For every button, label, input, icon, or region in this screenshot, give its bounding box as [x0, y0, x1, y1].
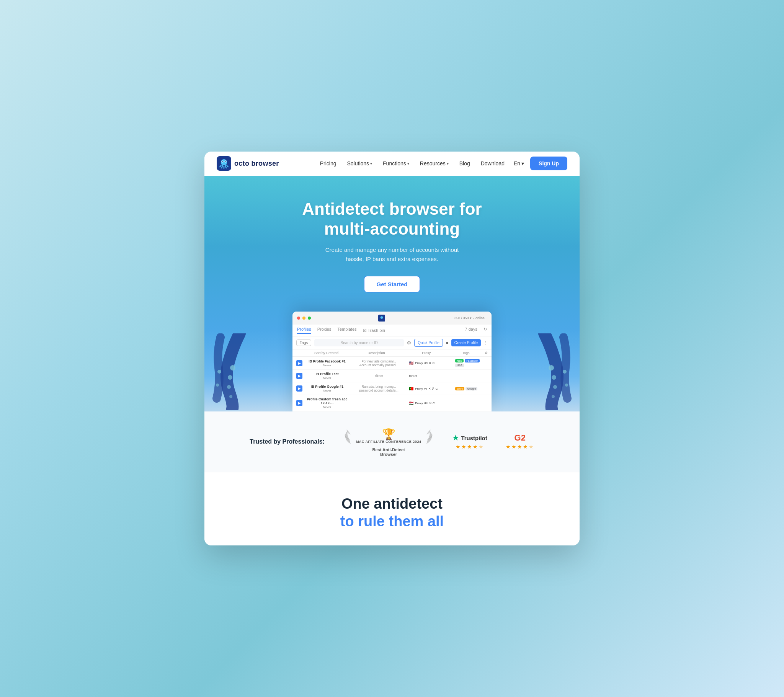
svg-point-16	[563, 370, 567, 374]
quick-profile-count: ■	[446, 341, 448, 345]
profile-search-input[interactable]: Search by name or ID	[314, 339, 404, 346]
table-settings-icon[interactable]: ⚙	[485, 351, 488, 355]
trustpilot-label: ★ Trustpilot	[453, 434, 487, 442]
toolbar-menu-icon[interactable]: ⋮	[484, 341, 488, 345]
svg-point-12	[548, 365, 554, 371]
tag-new: New	[455, 359, 464, 363]
trusted-section: Trusted by Professionals: 🏆 MAC AFFILIAT…	[204, 412, 580, 472]
tag-usa: USA	[455, 364, 464, 367]
svg-point-15	[552, 395, 555, 398]
mac-award: 🏆 MAC AFFILIATE CONFERENCE 2024 Best Ant…	[343, 427, 435, 456]
hero-subtitle: Create and manage any number of accounts…	[217, 246, 567, 264]
profile-proxy: 🇺🇸 Proxy US ✕ C	[409, 361, 452, 365]
row-action-btn[interactable]: ▶	[296, 373, 302, 379]
mockup-tab-templates[interactable]: Templates	[337, 327, 356, 334]
tag-work: Work	[455, 387, 464, 391]
proxy-label: Proxy US ✕ C	[415, 361, 435, 365]
half-star-icon: ★	[479, 443, 484, 450]
nav-blog[interactable]: Blog	[460, 160, 470, 166]
laurel-right-icon	[423, 427, 434, 446]
svg-point-8	[227, 385, 231, 389]
profile-name: IB Profile Google #1Never	[305, 385, 349, 392]
svg-point-13	[552, 375, 556, 380]
browser-window: octo browser Pricing Solutions ▾ Functio…	[204, 152, 580, 546]
tag-facebook: Facebook	[465, 359, 480, 363]
nav-resources[interactable]: Resources ▾	[420, 160, 449, 166]
svg-point-1	[221, 159, 227, 165]
get-started-button[interactable]: Get Started	[364, 276, 420, 292]
octopus-left-decoration	[209, 333, 251, 412]
lang-selector[interactable]: En ▾	[514, 160, 524, 166]
svg-point-7	[228, 375, 232, 380]
nav-links: Pricing Solutions ▾ Functions ▾ Resource…	[320, 160, 504, 166]
table-col-action	[296, 351, 302, 355]
mac-award-badge: 🏆 MAC AFFILIATE CONFERENCE 2024	[343, 427, 435, 446]
logo-icon	[217, 156, 231, 171]
logo-area[interactable]: octo browser	[217, 156, 279, 171]
mockup-tab-profiles[interactable]: Profiles	[297, 327, 311, 334]
functions-chevron-icon: ▾	[407, 161, 409, 166]
nav-download[interactable]: Download	[481, 160, 504, 166]
profile-proxy: Direct	[409, 374, 452, 378]
close-dot	[297, 316, 300, 320]
trustpilot-stars: ★★★★★	[456, 443, 484, 450]
svg-point-6	[230, 365, 236, 371]
titlebar-logo-icon	[378, 315, 385, 321]
nav-pricing[interactable]: Pricing	[320, 160, 336, 166]
tags-filter[interactable]: Tags	[296, 339, 311, 346]
mockup-time-filter[interactable]: 7 days	[465, 327, 478, 334]
table-row: ▶ IB Profile TestNever direct Direct	[293, 370, 491, 382]
bottom-section: One antidetect to rule them all	[204, 472, 580, 545]
row-action-btn[interactable]: ▶	[296, 400, 302, 406]
trusted-label: Trusted by Professionals:	[250, 438, 324, 445]
trustpilot-rating: ★ Trustpilot ★★★★★	[453, 434, 487, 450]
bottom-title: One antidetect to rule them all	[217, 495, 567, 530]
profile-description: direct	[352, 374, 406, 378]
svg-point-4	[222, 161, 223, 162]
profile-tags: Work Google	[455, 387, 488, 391]
hero-section: Antidetect browser for multi-accounting …	[204, 176, 580, 412]
profile-name: IB Profile Facebook #1Never	[305, 359, 349, 367]
table-row: ▶ Profile Custom fresh acc 12-12-...Neve…	[293, 395, 491, 412]
hero-title: Antidetect browser for multi-accounting	[217, 199, 567, 240]
profile-name: Profile Custom fresh acc 12-12-...Never	[305, 397, 349, 409]
mockup-titlebar: 350 / 350 ▾ 2 online	[293, 311, 491, 325]
profile-proxy: 🇵🇹 Proxy PT ✕ ✗ C	[409, 387, 452, 391]
profile-description: For new ads company...Account normally p…	[352, 359, 406, 367]
proxy-label: Proxy PT ✕ ✗ C	[415, 387, 438, 391]
svg-point-5	[226, 161, 226, 162]
nav-solutions[interactable]: Solutions ▾	[347, 160, 372, 166]
mockup-toolbar: Tags Search by name or ID ⚙ Quick Profil…	[293, 336, 491, 349]
mockup-refresh-icon[interactable]: ↻	[484, 327, 487, 334]
maximize-dot	[308, 316, 311, 320]
logo-text: octo browser	[234, 160, 279, 168]
octopus-right-decoration	[533, 333, 575, 412]
quick-profile-button[interactable]: Quick Profile	[414, 339, 443, 347]
mac-award-title: Best Anti-DetectBrowser	[372, 447, 405, 456]
proxy-label: Direct	[409, 374, 417, 378]
row-action-btn[interactable]: ▶	[296, 360, 302, 366]
tag-google: Google	[466, 387, 478, 391]
mac-conf-logo: 🏆	[356, 429, 422, 440]
profile-description: Run ads, bring money...password account …	[352, 385, 406, 392]
g2-label: G2	[514, 434, 525, 442]
filter-icon[interactable]: ⚙	[407, 340, 411, 346]
mockup-tabs: Profiles Proxies Templates ☒ Trash bin 7…	[293, 325, 491, 336]
profile-tags: New Facebook USA	[455, 359, 488, 367]
create-profile-button[interactable]: Create Profile	[451, 339, 481, 346]
proxy-label: Proxy HU ✕ C	[415, 402, 435, 405]
mac-award-text: 🏆 MAC AFFILIATE CONFERENCE 2024	[356, 429, 422, 443]
profiles-table: ▶ IB Profile Facebook #1Never For new ad…	[293, 357, 491, 412]
signup-button[interactable]: Sign Up	[530, 157, 567, 170]
svg-point-14	[553, 385, 557, 389]
row-action-btn[interactable]: ▶	[296, 386, 302, 392]
g2-stars: ★★★★★	[506, 443, 534, 450]
svg-point-9	[229, 395, 232, 398]
nav-functions[interactable]: Functions ▾	[383, 160, 409, 166]
resources-chevron-icon: ▾	[447, 161, 449, 166]
mockup-tab-trash[interactable]: ☒ Trash bin	[363, 327, 385, 334]
dashboard-area: 350 / 350 ▾ 2 online Profiles Proxies Te…	[217, 311, 567, 412]
mockup-tab-proxies[interactable]: Proxies	[317, 327, 331, 334]
navbar: octo browser Pricing Solutions ▾ Functio…	[204, 152, 580, 176]
solutions-chevron-icon: ▾	[370, 161, 372, 166]
